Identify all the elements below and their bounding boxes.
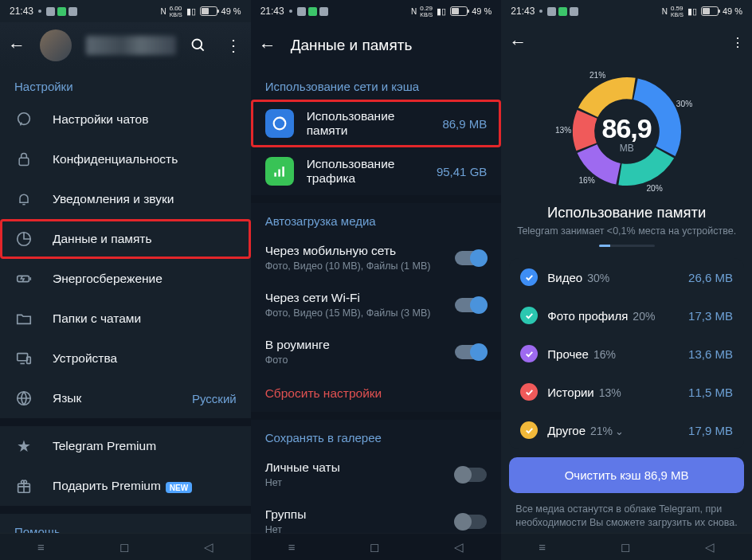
row-gift[interactable]: Подарить PremiumNEW [0, 466, 251, 506]
usage-row[interactable]: Видео30%26,6 MB [509, 258, 744, 296]
traffic-icon [265, 157, 294, 186]
clear-cache-button[interactable]: Очистить кэш 86,9 MB [509, 457, 744, 493]
usage-label: Видео30% [547, 271, 679, 284]
status-icon [570, 7, 578, 16]
usage-label: Фото профиля20% [547, 309, 679, 323]
checkbox-icon[interactable] [520, 345, 538, 362]
row-privacy[interactable]: Конфиденциальность [0, 139, 251, 179]
usage-list: Видео30%26,6 MBФото профиля20%17,3 MBПро… [509, 258, 744, 449]
row-gallery-groups[interactable]: Группы Нет [251, 498, 502, 533]
avatar[interactable] [40, 29, 72, 61]
battery-percent: 49 % [221, 6, 241, 16]
row-notifications[interactable]: Уведомления и звуки [0, 179, 251, 219]
row-data-storage[interactable]: Данные и память [0, 219, 251, 259]
usage-row[interactable]: Другое21%⌄17,9 MB [509, 411, 744, 449]
nfc-icon: N [160, 7, 165, 16]
battery-icon [200, 6, 217, 16]
slice-pct-label: 16% [578, 176, 594, 185]
row-battery[interactable]: Энергосбережение [0, 259, 251, 299]
nav-bar: ≡ ◻ ◁ [0, 533, 251, 560]
chevron-down-icon: ⌄ [615, 425, 624, 437]
row-premium[interactable]: ★ Telegram Premium [0, 426, 251, 466]
bell-icon [14, 190, 33, 209]
toggle[interactable] [455, 251, 487, 265]
row-chats[interactable]: Настройки чатов [0, 100, 251, 139]
dot-icon [38, 10, 41, 13]
checkbox-icon[interactable] [520, 307, 538, 324]
svg-point-2 [18, 113, 30, 125]
status-time: 21:43 [10, 6, 33, 17]
toggle[interactable] [455, 515, 487, 529]
toggle[interactable] [455, 345, 487, 359]
usage-subtitle: Telegram занимает <0,1% места на устройс… [501, 225, 752, 237]
nav-recent-icon[interactable]: ≡ [539, 540, 546, 554]
svg-line-1 [200, 48, 203, 51]
search-icon[interactable] [190, 37, 210, 53]
status-icon [547, 7, 556, 16]
status-time: 21:43 [260, 6, 284, 17]
row-traffic-usage[interactable]: Использование трафика 95,41 GB [251, 147, 502, 195]
row-devices[interactable]: Устройства [0, 339, 251, 378]
usage-value: 17,9 MB [688, 424, 733, 437]
usage-row[interactable]: Фото профиля20%17,3 MB [509, 296, 744, 335]
nav-recent-icon[interactable]: ≡ [37, 540, 45, 554]
nav-back-icon[interactable]: ◁ [454, 540, 464, 554]
settings-list[interactable]: Настройки Настройки чатов Конфиденциальн… [0, 69, 251, 533]
row-folders[interactable]: Папки с чатами [0, 299, 251, 339]
screen-data-storage: 21:43 N 0.29KB/S ▮▯ 49 % ← Данные и памя… [251, 0, 502, 560]
signal-icon: ▮▯ [186, 6, 196, 17]
battery-percent: 49 % [723, 6, 742, 16]
row-gallery-private[interactable]: Личные чаты Нет [251, 451, 502, 498]
gift-icon [14, 476, 33, 495]
status-icon [46, 7, 55, 16]
status-bar: 21:43 N 0.29KB/S ▮▯ 49 % [251, 0, 502, 22]
usage-label: Другое21%⌄ [547, 424, 679, 437]
signal-icon: ▮▯ [687, 6, 697, 17]
checkbox-icon[interactable] [520, 421, 538, 439]
nav-home-icon[interactable]: ◻ [370, 540, 379, 554]
more-icon[interactable]: ⋮ [224, 36, 243, 55]
back-icon[interactable]: ← [509, 32, 527, 53]
dot-icon [539, 10, 542, 13]
signal-icon: ▮▯ [437, 6, 446, 17]
row-auto-wifi[interactable]: Через сети Wi-Fi Фото, Видео (15 MB), Фа… [251, 281, 502, 328]
back-icon[interactable]: ← [8, 35, 25, 56]
nav-recent-icon[interactable]: ≡ [288, 540, 296, 554]
usage-value: 17,3 MB [688, 309, 733, 323]
section-title: Настройки [0, 69, 251, 100]
storage-icon [265, 109, 294, 138]
data-list[interactable]: Использование сети и кэша Использование … [251, 69, 502, 533]
row-language[interactable]: Язык Русский [0, 378, 251, 418]
svg-rect-7 [27, 357, 31, 363]
section-title: Помощь [0, 514, 251, 533]
svg-point-0 [192, 40, 202, 49]
back-icon[interactable]: ← [259, 35, 276, 56]
checkbox-icon[interactable] [520, 268, 538, 286]
slice-pct-label: 21% [589, 71, 605, 80]
battery-percent: 49 % [472, 6, 492, 16]
nav-back-icon[interactable]: ◁ [705, 540, 715, 554]
data-header: ← Данные и память [251, 22, 502, 69]
chat-icon [14, 110, 33, 129]
status-icon [57, 7, 66, 16]
progress-bar [599, 245, 655, 247]
nav-home-icon[interactable]: ◻ [119, 540, 129, 554]
reset-button[interactable]: Сбросить настройки [251, 375, 502, 412]
row-auto-roaming[interactable]: В роуминге Фото [251, 328, 502, 375]
nav-back-icon[interactable]: ◁ [204, 540, 213, 554]
donut-slice [573, 110, 597, 151]
nav-home-icon[interactable]: ◻ [621, 540, 630, 554]
toggle[interactable] [455, 298, 487, 312]
checkbox-icon[interactable] [520, 383, 538, 401]
usage-row[interactable]: Истории13%11,5 MB [509, 373, 744, 411]
status-icon [69, 7, 77, 16]
slice-pct-label: 13% [555, 126, 571, 135]
usage-title: Использование памяти [501, 204, 752, 221]
toggle[interactable] [455, 468, 487, 482]
row-auto-mobile[interactable]: Через мобильную сеть Фото, Видео (10 MB)… [251, 234, 502, 281]
row-storage-usage[interactable]: Использование памяти 86,9 MB [251, 100, 502, 147]
nfc-icon: N [662, 7, 667, 16]
usage-row[interactable]: Прочее16%13,6 MB [509, 335, 744, 373]
more-icon[interactable]: ⋮ [731, 35, 744, 50]
pie-icon [14, 229, 33, 249]
